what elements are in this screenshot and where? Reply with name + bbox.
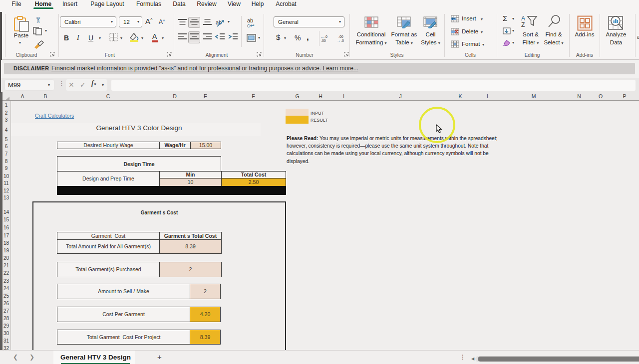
svg-text:A: A (521, 15, 525, 22)
svg-text:.0: .0 (324, 35, 327, 38)
svg-text:Z: Z (521, 21, 525, 28)
svg-text:.00: .00 (321, 39, 326, 42)
svg-text:.0: .0 (341, 39, 344, 42)
svg-text:→: → (336, 38, 341, 42)
